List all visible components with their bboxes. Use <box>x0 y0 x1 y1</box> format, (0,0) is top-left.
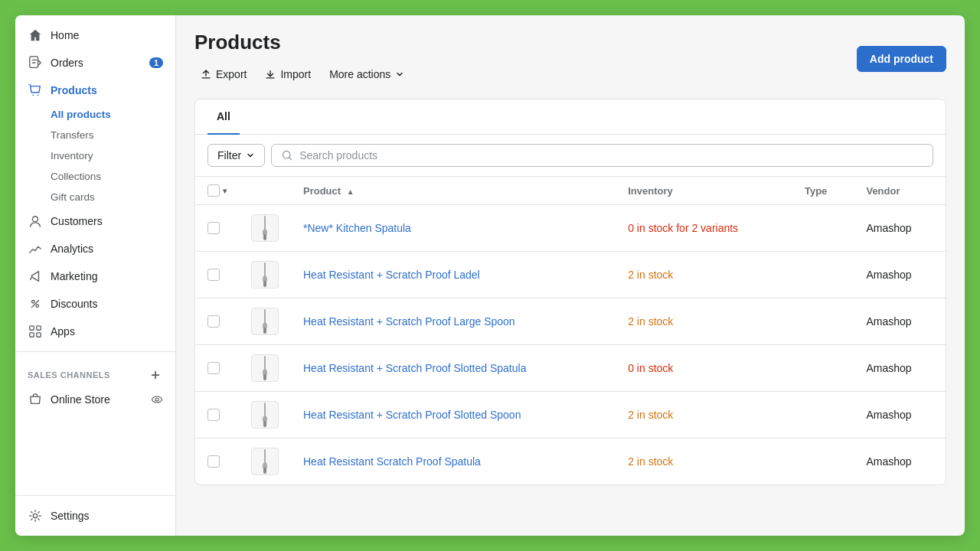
filter-search-row: Filter <box>195 135 946 177</box>
svg-rect-31 <box>263 468 266 474</box>
sidebar-sub-transfers[interactable]: Transfers <box>15 125 175 145</box>
header-inventory: Inventory <box>616 177 792 205</box>
product-inventory: 2 in stock <box>616 298 792 345</box>
product-inventory: 2 in stock <box>616 392 792 439</box>
product-name-link[interactable]: Heat Resistant + Scratch Proof Slotted S… <box>303 362 526 374</box>
product-vendor: Amashop <box>854 298 946 345</box>
sidebar-sub-all-products[interactable]: All products <box>15 104 175 125</box>
svg-rect-6 <box>30 326 34 330</box>
svg-rect-22 <box>263 328 266 334</box>
toolbar-row: Export Import More actions <box>194 62 410 86</box>
tab-all[interactable]: All <box>207 99 240 135</box>
product-name-link[interactable]: Heat Resistant + Scratch Proof Ladel <box>303 269 480 281</box>
sidebar-item-marketing[interactable]: Marketing <box>15 262 175 290</box>
sidebar-item-discounts-label: Discounts <box>51 298 97 310</box>
sidebar-item-home[interactable]: Home <box>15 21 175 49</box>
select-all-chevron[interactable]: ▾ <box>223 187 227 195</box>
sidebar-sub-collections[interactable]: Collections <box>15 166 175 187</box>
page-title: Products <box>194 31 410 54</box>
product-vendor: Amashop <box>854 252 946 298</box>
product-vendor: Amashop <box>854 345 946 392</box>
product-inventory: 2 in stock <box>616 439 792 485</box>
table-row: Heat Resistant Scratch Proof Spatula2 in… <box>195 439 946 485</box>
sidebar-sub-gift-cards[interactable]: Gift cards <box>15 187 175 207</box>
filter-button[interactable]: Filter <box>207 144 265 167</box>
customers-icon <box>28 214 43 229</box>
row-checkbox[interactable] <box>207 409 220 421</box>
export-button[interactable]: Export <box>194 62 253 86</box>
orders-badge: 1 <box>149 57 163 68</box>
sidebar-item-orders[interactable]: Orders 1 <box>15 49 175 77</box>
analytics-icon <box>28 241 43 256</box>
table-row: Heat Resistant + Scratch Proof Ladel2 in… <box>195 252 946 298</box>
row-checkbox[interactable] <box>207 455 220 468</box>
settings-label: Settings <box>51 510 90 522</box>
product-thumbnail <box>251 214 279 242</box>
products-icon <box>28 83 43 98</box>
svg-rect-25 <box>263 374 266 380</box>
product-vendor: Amashop <box>854 392 946 439</box>
product-type <box>792 345 854 392</box>
svg-point-1 <box>32 94 34 96</box>
main-content-area: Products Export <box>176 15 965 536</box>
sales-channels-title: SALES CHANNELS <box>15 358 175 386</box>
add-channel-button[interactable] <box>148 367 163 383</box>
sidebar-item-customers-label: Customers <box>51 215 103 227</box>
product-thumbnail <box>251 401 279 429</box>
svg-point-11 <box>155 398 158 401</box>
products-card: All Filter <box>194 99 946 485</box>
online-store-icon <box>28 392 43 407</box>
header-type: Type <box>792 177 854 205</box>
product-name-link[interactable]: Heat Resistant + Scratch Proof Slotted S… <box>303 409 521 421</box>
row-checkbox[interactable] <box>207 315 220 328</box>
sidebar-item-analytics-label: Analytics <box>51 243 93 255</box>
marketing-icon <box>28 269 43 284</box>
header-product: Product ▲ <box>291 177 616 205</box>
row-checkbox[interactable] <box>207 362 220 374</box>
sidebar-item-products[interactable]: Products <box>15 77 175 104</box>
more-actions-button[interactable]: More actions <box>323 62 410 86</box>
svg-rect-8 <box>30 333 34 337</box>
import-button[interactable]: Import <box>259 62 317 86</box>
sidebar-item-apps[interactable]: Apps <box>15 318 175 345</box>
sort-icon: ▲ <box>347 187 354 196</box>
sidebar-item-apps-label: Apps <box>51 325 75 337</box>
product-type <box>792 298 854 345</box>
header-vendor: Vendor <box>854 177 946 205</box>
product-thumbnail <box>251 261 279 289</box>
search-input[interactable] <box>299 149 923 161</box>
svg-rect-9 <box>37 333 41 337</box>
sidebar-item-online-store[interactable]: Online Store <box>15 386 175 413</box>
sidebar-divider <box>15 351 175 352</box>
row-checkbox[interactable] <box>207 269 220 281</box>
sidebar-sub-inventory[interactable]: Inventory <box>15 145 175 166</box>
sidebar-bottom: Settings <box>15 495 175 530</box>
add-product-button[interactable]: Add product <box>857 46 946 72</box>
sidebar-item-analytics[interactable]: Analytics <box>15 235 175 262</box>
table-header-row: ▾ Product ▲ Inventory Type Ve <box>195 177 946 205</box>
online-store-eye-button[interactable] <box>151 393 163 406</box>
page-header: Products Export <box>194 31 946 86</box>
sidebar-item-marketing-label: Marketing <box>51 270 97 282</box>
header-checkbox-cell: ▾ <box>195 177 239 205</box>
tabs-row: All <box>195 99 946 135</box>
product-name-link[interactable]: Heat Resistant + Scratch Proof Large Spo… <box>303 315 515 328</box>
row-checkbox[interactable] <box>207 222 220 234</box>
sidebar: Home Orders 1 <box>15 15 176 536</box>
import-icon <box>265 69 276 80</box>
svg-point-12 <box>33 514 37 517</box>
table-row: Heat Resistant + Scratch Proof Large Spo… <box>195 298 946 345</box>
select-all-checkbox[interactable] <box>207 184 220 197</box>
svg-point-4 <box>32 301 35 304</box>
product-thumbnail <box>251 354 279 382</box>
sidebar-item-products-label: Products <box>51 84 97 96</box>
product-name-link[interactable]: Heat Resistant Scratch Proof Spatula <box>303 455 481 468</box>
sidebar-item-customers[interactable]: Customers <box>15 207 175 235</box>
sidebar-item-discounts[interactable]: Discounts <box>15 290 175 318</box>
filter-chevron-icon <box>246 151 255 160</box>
sidebar-item-settings[interactable]: Settings <box>15 502 175 530</box>
search-box <box>271 144 933 167</box>
svg-point-5 <box>36 305 39 308</box>
home-icon <box>28 28 43 43</box>
product-name-link[interactable]: *New* Kitchen Spatula <box>303 222 411 234</box>
